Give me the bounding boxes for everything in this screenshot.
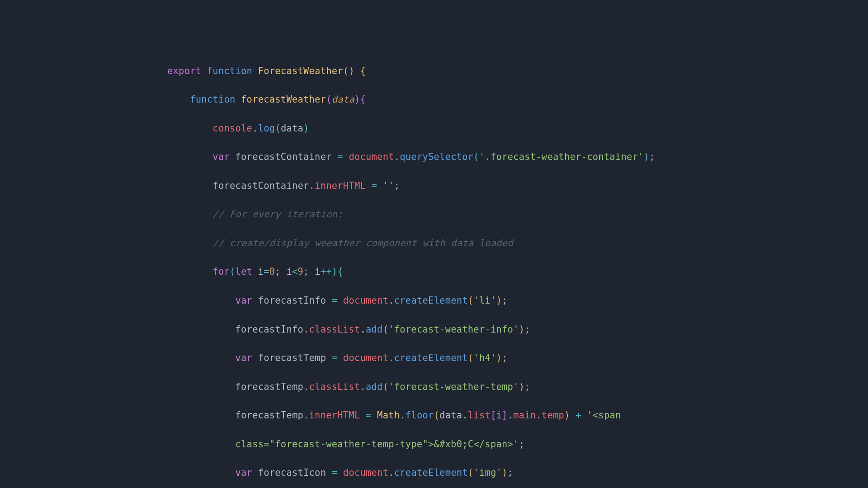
code-line: // For every iteration:	[167, 207, 710, 222]
fn-name-inner: forecastWeather	[241, 94, 326, 105]
code-line: export function ForecastWeather() {	[167, 64, 710, 79]
code-line: for(let i=0; i<9; i++){	[167, 265, 710, 279]
code-line: var forecastInfo = document.createElemen…	[167, 294, 710, 308]
method-log: log	[258, 123, 275, 134]
brace-open: {	[360, 66, 366, 76]
paren: (	[326, 94, 332, 105]
code-line: forecastTemp.innerHTML = Math.floor(data…	[167, 408, 710, 423]
code-line: forecastContainer.innerHTML = '';	[167, 179, 710, 193]
code-line: class="forecast-weather-temp-type">&#xb0…	[167, 437, 710, 452]
code-line: var forecastTemp = document.createElemen…	[167, 351, 710, 366]
code-line: function forecastWeather(data){	[167, 93, 710, 107]
paren: )	[354, 94, 360, 105]
code-line: // create/display weeather component wit…	[167, 236, 710, 251]
code-line: forecastInfo.classList.add('forecast-wea…	[167, 323, 710, 337]
param: data	[332, 94, 354, 105]
brace-open: {	[360, 94, 366, 105]
keyword-function: function	[190, 94, 235, 105]
paren: ()	[343, 66, 354, 76]
code-line: var forecastContainer = document.querySe…	[167, 150, 710, 164]
code-line: forecastTemp.classList.add('forecast-wea…	[167, 380, 710, 394]
code-line: console.log(data)	[167, 122, 710, 136]
fn-name-outer: ForecastWeather	[258, 66, 343, 76]
keyword-function: function	[207, 66, 252, 76]
keyword-var: var	[212, 151, 230, 162]
code-line: var forecastIcon = document.createElemen…	[167, 466, 710, 480]
keyword-export: export	[167, 66, 201, 76]
code-editor[interactable]: export function ForecastWeather() { func…	[167, 50, 710, 488]
console: console	[212, 123, 252, 134]
